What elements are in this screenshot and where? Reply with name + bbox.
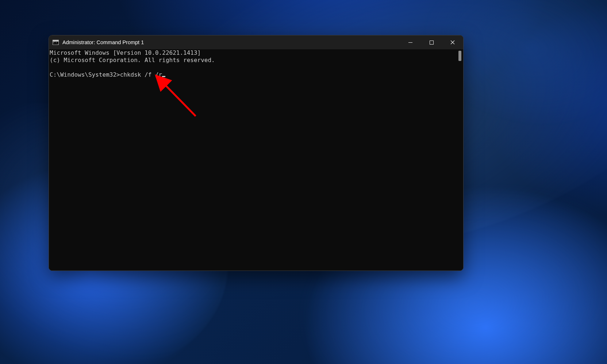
titlebar[interactable]: Administrator: Command Prompt 1 [49,35,463,49]
text-cursor [162,76,165,77]
terminal-output: Microsoft Windows [Version 10.0.22621.14… [50,49,457,78]
command-prompt-window: Administrator: Command Prompt 1 [49,35,464,271]
minimize-icon [408,41,412,45]
titlebar-left: Administrator: Command Prompt 1 [49,39,400,45]
prompt-path: C:\Windows\System32> [50,71,120,78]
desktop-wallpaper: Administrator: Command Prompt 1 [0,0,607,364]
minimize-button[interactable] [400,35,421,49]
window-title: Administrator: Command Prompt 1 [62,39,144,45]
typed-command: chkdsk /f /r [120,71,162,78]
maximize-icon [430,41,434,45]
terminal-body[interactable]: Microsoft Windows [Version 10.0.22621.14… [49,49,463,271]
scrollbar-track[interactable] [457,50,462,270]
window-controls [400,35,463,49]
close-button[interactable] [442,35,463,49]
output-line: (c) Microsoft Corporation. All rights re… [50,57,215,64]
scrollbar-thumb[interactable] [458,51,461,61]
svg-rect-1 [430,41,433,44]
cmd-icon [53,40,59,45]
output-line: Microsoft Windows [Version 10.0.22621.14… [50,49,201,56]
maximize-button[interactable] [421,35,442,49]
svg-rect-0 [408,42,412,43]
close-icon [450,40,455,45]
